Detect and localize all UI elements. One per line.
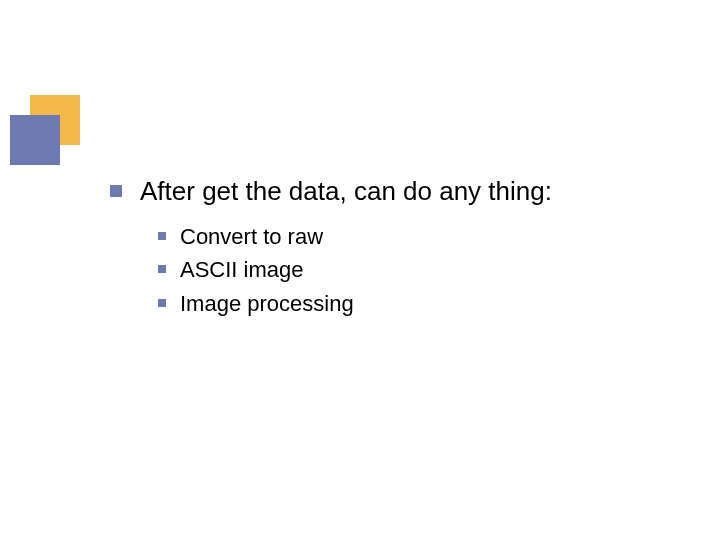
- bullet-level2: Image processing: [158, 289, 680, 319]
- sub-item-text: Image processing: [180, 289, 354, 319]
- sub-item-text: Convert to raw: [180, 222, 323, 252]
- header-rule: [54, 144, 690, 146]
- decor-square-orange: [30, 95, 80, 145]
- slide-decor: [0, 0, 720, 160]
- heading-text: After get the data, can do any thing:: [140, 175, 552, 208]
- bullet-level1: After get the data, can do any thing:: [110, 175, 680, 208]
- decor-square-blue: [10, 115, 60, 165]
- square-bullet-icon: [110, 185, 122, 197]
- bullet-level2: ASCII image: [158, 255, 680, 285]
- slide-content: After get the data, can do any thing: Co…: [110, 175, 680, 323]
- sub-item-text: ASCII image: [180, 255, 304, 285]
- square-bullet-icon: [158, 232, 166, 240]
- bullet-level2: Convert to raw: [158, 222, 680, 252]
- square-bullet-icon: [158, 299, 166, 307]
- square-bullet-icon: [158, 265, 166, 273]
- sub-bullet-list: Convert to raw ASCII image Image process…: [158, 222, 680, 319]
